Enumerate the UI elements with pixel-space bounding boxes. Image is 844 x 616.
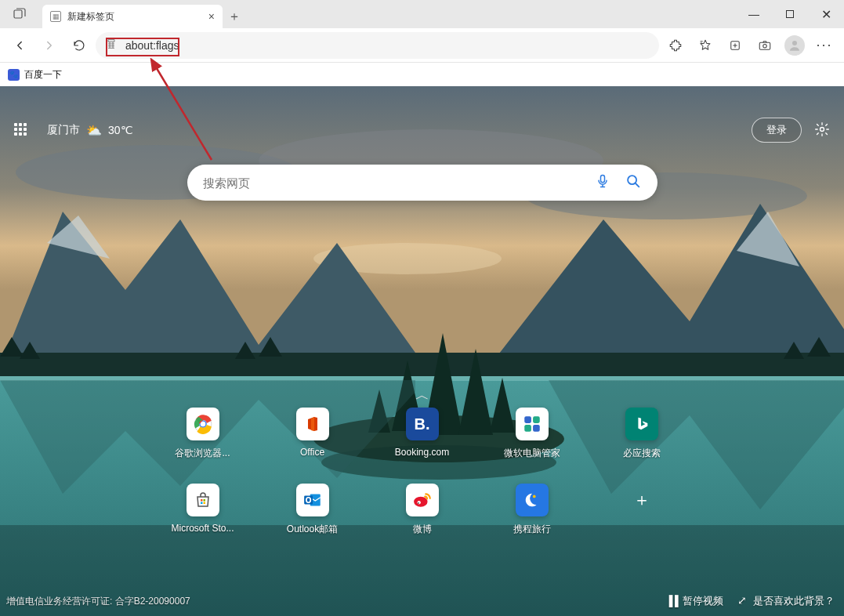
favorites-button[interactable] [692,32,719,59]
url-input[interactable] [125,39,650,52]
search-icon[interactable] [625,172,642,193]
apps-grid-button[interactable] [14,123,28,137]
background-feedback-button[interactable]: ⤢ 是否喜欢此背景？ [737,594,835,608]
weather-temp: 30℃ [108,124,133,136]
expand-chevron[interactable]: ︿ [415,386,429,404]
new-tab-button[interactable]: ＋ [223,5,246,28]
tile-label: 携程旅行 [513,523,551,536]
window-titlebar: ▦ 新建标签页 × ＋ ― ✕ [0,0,844,28]
svg-rect-26 [533,425,540,432]
browser-toolbar: ··· [0,28,844,63]
window-close-button[interactable]: ✕ [808,0,844,28]
svg-rect-25 [524,425,531,432]
svg-point-3 [763,44,767,48]
browser-tab[interactable]: ▦ 新建标签页 × [42,5,223,28]
tab-overview-button[interactable] [0,0,39,28]
tile-msstore[interactable]: Microsoft Sto... [172,484,234,536]
svg-rect-2 [759,42,770,49]
collections-button[interactable] [722,32,748,59]
pause-video-button[interactable]: ▐▐ 暂停视频 [665,594,723,608]
more-button[interactable]: ··· [811,32,838,59]
search-container [187,165,657,201]
search-input[interactable] [203,176,595,190]
weather-city: 厦门市 [47,123,80,137]
svg-point-22 [200,422,205,427]
svg-rect-27 [201,499,203,502]
search-box[interactable] [187,165,657,201]
svg-rect-0 [14,10,22,18]
pause-icon: ▐▐ [665,595,676,607]
extensions-button[interactable] [662,32,689,59]
tile-ctrip[interactable]: 携程旅行 [501,484,563,536]
tab-title: 新建标签页 [67,10,114,24]
bookmarks-bar: 🐾 百度一下 [0,63,844,86]
new-tab-page: 厦门市 ⛅ 30℃ 登录 ︿ 谷歌浏览器... [0,86,844,616]
tile-label: Office [300,447,324,458]
license-text: 增值电信业务经营许可证: 合字B2-20090007 [6,595,190,608]
screenshot-button[interactable] [752,32,778,59]
footer-controls: ▐▐ 暂停视频 ⤢ 是否喜欢此背景？ [665,594,835,608]
tile-office[interactable]: Office [281,408,344,460]
tile-label: Booking.com [395,447,449,458]
plus-icon: ＋ [625,484,658,516]
svg-point-17 [820,127,824,131]
svg-rect-24 [533,416,540,423]
tile-weibo[interactable]: 微博 [391,484,454,536]
svg-point-34 [414,497,427,507]
tile-chrome[interactable]: 谷歌浏览器... [172,408,234,460]
bookmark-item[interactable]: 百度一下 [24,68,62,82]
svg-rect-23 [524,416,531,423]
window-minimize-button[interactable]: ― [736,0,772,28]
tile-label: 微软电脑管家 [504,447,560,460]
window-maximize-button[interactable] [772,0,808,28]
quick-links: 谷歌浏览器... Office B. Booking.com 微软电脑管家 必应… [172,408,673,560]
profile-button[interactable] [781,32,808,59]
forward-button[interactable] [36,32,63,59]
tile-label: 谷歌浏览器... [175,447,230,460]
svg-point-35 [417,501,420,504]
weather-widget[interactable]: 厦门市 ⛅ 30℃ [47,123,133,138]
svg-point-37 [532,495,535,498]
tile-label: 必应搜索 [623,447,661,460]
tab-favicon: ▦ [50,11,61,22]
svg-rect-30 [203,502,205,505]
back-button[interactable] [6,32,33,59]
svg-point-36 [418,502,419,504]
add-tile-button[interactable]: ＋ [610,484,673,536]
tile-booking[interactable]: B. Booking.com [391,408,454,460]
site-permissions-icon[interactable] [105,38,118,53]
tab-close-button[interactable]: × [208,10,215,23]
expand-icon: ⤢ [737,594,747,607]
tile-outlook[interactable]: Outlook邮箱 [281,484,344,536]
voice-search-icon[interactable] [595,173,610,192]
signin-button[interactable]: 登录 [752,118,802,143]
svg-point-4 [792,41,797,45]
tile-label: Outlook邮箱 [287,523,338,536]
avatar-icon [784,35,805,56]
tile-label: 微博 [413,523,432,536]
address-bar[interactable] [96,32,659,59]
tile-pcmanager[interactable]: 微软电脑管家 [501,408,563,460]
svg-rect-29 [201,502,203,505]
weather-icon: ⛅ [86,123,102,138]
svg-rect-28 [203,499,205,502]
svg-rect-18 [600,176,604,183]
baidu-favicon: 🐾 [8,69,20,81]
page-settings-button[interactable] [814,121,830,140]
refresh-button[interactable] [66,32,92,59]
tile-bing[interactable]: 必应搜索 [610,408,673,460]
window-controls: ― ✕ [736,0,844,28]
tile-label: Microsoft Sto... [171,523,234,534]
ntp-header: 厦门市 ⛅ 30℃ 登录 [0,118,844,143]
